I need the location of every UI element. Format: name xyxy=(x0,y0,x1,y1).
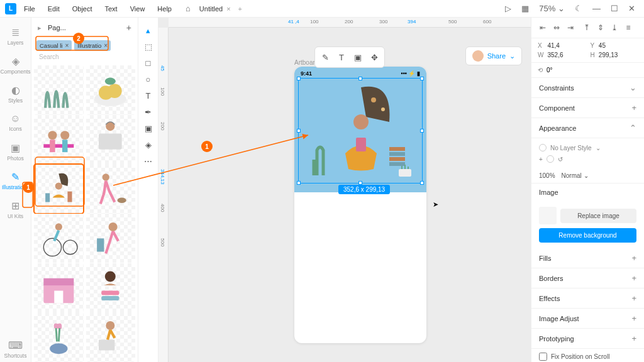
menu-file[interactable]: File xyxy=(19,3,40,15)
asset-thumb[interactable] xyxy=(34,263,84,313)
rail-components[interactable]: ◈Components xyxy=(1,52,30,78)
asset-thumb[interactable] xyxy=(86,214,136,263)
x-input[interactable] xyxy=(547,42,572,49)
theme-icon[interactable]: ☾ xyxy=(571,1,586,16)
canvas-area[interactable]: 41 ,4 100 200 300 394 500 600 45 100 200… xyxy=(158,18,531,362)
menu-edit[interactable]: Edit xyxy=(43,3,65,15)
rail-icons[interactable]: ☺Icons xyxy=(1,109,30,136)
tool-select[interactable]: ▴ xyxy=(141,23,156,38)
tool-ellipse[interactable]: ○ xyxy=(141,72,156,87)
svg-rect-4 xyxy=(43,144,74,148)
float-text[interactable]: T xyxy=(334,50,349,65)
asset-thumb[interactable] xyxy=(86,65,136,115)
maximize-icon[interactable]: ☐ xyxy=(607,1,622,16)
rail-uikits[interactable]: ⊞UI Kits xyxy=(1,196,30,222)
tool-rect[interactable]: □ xyxy=(141,55,156,70)
svg-rect-26 xyxy=(102,296,119,300)
tool-text[interactable]: T xyxy=(141,88,156,103)
y-input[interactable] xyxy=(599,42,624,49)
align-right[interactable]: ⇥ xyxy=(564,21,577,34)
opacity-input[interactable]: 100% xyxy=(539,172,555,179)
selection-box[interactable] xyxy=(298,78,423,184)
avatar xyxy=(472,50,484,62)
section-constraints[interactable]: Constraints⌄ xyxy=(531,78,644,98)
asset-thumb[interactable] xyxy=(86,115,136,165)
annotation-badge-3: 1 xyxy=(201,141,213,152)
section-effects[interactable]: Effects+ xyxy=(531,288,644,309)
asset-thumb[interactable] xyxy=(34,214,84,263)
asset-thumb[interactable] xyxy=(86,312,136,362)
align-left[interactable]: ⇤ xyxy=(536,21,549,34)
blend-mode-select[interactable]: Normal ⌄ xyxy=(562,172,589,179)
align-hcenter[interactable]: ⇔ xyxy=(550,21,563,34)
page-selector[interactable]: Pag... xyxy=(45,21,123,34)
add-style[interactable]: + xyxy=(539,156,543,163)
layer-style-select[interactable]: No Layer Style xyxy=(550,145,592,151)
replace-image-button[interactable]: Replace image xyxy=(560,209,636,223)
tool-more[interactable]: ⋯ xyxy=(141,153,156,168)
section-appearance[interactable]: Appearance⌃ xyxy=(531,118,644,138)
section-fills[interactable]: Fills+ xyxy=(531,248,644,268)
svg-point-28 xyxy=(106,321,115,330)
svg-rect-13 xyxy=(67,192,72,202)
assets-grid xyxy=(31,63,138,362)
svg-point-19 xyxy=(109,222,118,231)
rail-shortcuts[interactable]: ⌨Shortcuts xyxy=(1,336,30,362)
asset-thumb[interactable] xyxy=(34,312,84,362)
distribute[interactable]: ≡ xyxy=(622,21,635,34)
float-crop[interactable]: ▣ xyxy=(350,50,365,65)
menu-text[interactable]: Text xyxy=(100,3,123,15)
float-edit[interactable]: ✎ xyxy=(318,50,333,65)
tool-frame[interactable]: ⬚ xyxy=(141,39,156,54)
asset-thumb-selected[interactable] xyxy=(34,164,84,214)
chip-close-icon[interactable]: × xyxy=(104,42,108,49)
align-bottom[interactable]: ⤓ xyxy=(608,21,621,34)
menu-object[interactable]: Object xyxy=(67,3,97,15)
minimize-icon[interactable]: — xyxy=(589,1,604,16)
filter-chip-casual[interactable]: Casual li× xyxy=(36,40,72,51)
h-input[interactable] xyxy=(599,52,624,58)
close-window-icon[interactable]: ✕ xyxy=(625,1,639,16)
asset-thumb[interactable] xyxy=(34,115,84,165)
tool-pen[interactable]: ✒ xyxy=(141,104,156,119)
align-top[interactable]: ⤒ xyxy=(580,21,593,34)
add-page-button[interactable]: + xyxy=(126,23,131,33)
rail-layers[interactable]: ≣Layers xyxy=(1,23,30,49)
svg-point-5 xyxy=(48,131,57,140)
svg-point-11 xyxy=(55,183,62,190)
menu-help[interactable]: Help xyxy=(152,3,177,15)
menu-view[interactable]: View xyxy=(125,3,150,15)
rotation-input[interactable] xyxy=(547,67,572,74)
float-move[interactable]: ✥ xyxy=(367,50,382,65)
rail-photos[interactable]: ▣Photos xyxy=(1,138,30,165)
document-tab[interactable]: Untitled × xyxy=(199,5,231,13)
align-vcenter[interactable]: ⇕ xyxy=(594,21,607,34)
app-logo[interactable]: L xyxy=(5,3,16,14)
grid-icon[interactable]: ▦ xyxy=(518,1,533,16)
share-button[interactable]: Share⌄ xyxy=(465,47,522,65)
fix-position-checkbox[interactable] xyxy=(539,353,547,361)
asset-thumb[interactable] xyxy=(34,65,84,115)
play-icon[interactable]: ▷ xyxy=(501,1,515,16)
align-controls: ⇤ ⇔ ⇥ ⤒ ⇕ ⤓ ≡ xyxy=(531,18,644,38)
home-icon[interactable]: ⌂ xyxy=(186,4,191,13)
chip-close-icon[interactable]: × xyxy=(65,42,69,49)
section-adjust[interactable]: Image Adjust+ xyxy=(531,309,644,329)
new-tab-button[interactable]: + xyxy=(233,3,247,15)
zoom-level[interactable]: 75% ⌄ xyxy=(535,1,569,16)
rail-styles[interactable]: ◐Styles xyxy=(1,80,30,107)
inspector-panel: ⇤ ⇔ ⇥ ⤒ ⇕ ⤓ ≡ X Y W H ⟲ Constraints⌄ Com… xyxy=(531,18,644,362)
svg-point-6 xyxy=(60,131,69,140)
phone-statusbar: 9:41••• ⚡ ▮ xyxy=(301,70,420,77)
search-placeholder[interactable]: Search xyxy=(39,53,59,60)
tool-component[interactable]: ◈ xyxy=(141,137,156,152)
w-input[interactable] xyxy=(547,52,572,58)
tab-close-icon[interactable]: × xyxy=(226,5,230,13)
section-borders[interactable]: Borders+ xyxy=(531,268,644,288)
tool-image[interactable]: ▣ xyxy=(141,121,156,136)
section-prototyping[interactable]: Prototyping+ xyxy=(531,329,644,349)
asset-thumb[interactable] xyxy=(86,263,136,313)
section-component[interactable]: Component+ xyxy=(531,98,644,118)
asset-thumb[interactable] xyxy=(86,164,136,214)
remove-bg-button[interactable]: Remove background xyxy=(539,228,636,243)
